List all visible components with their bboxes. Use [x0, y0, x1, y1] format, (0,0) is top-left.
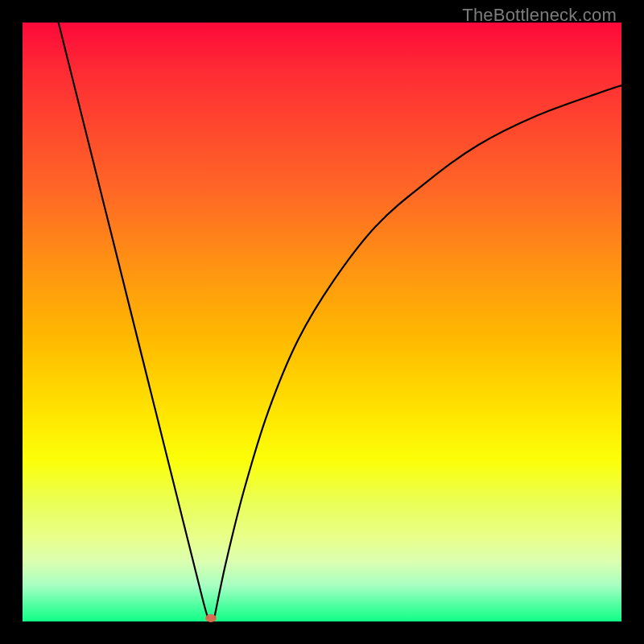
curve-left-branch	[59, 23, 208, 618]
chart-container: TheBottleneck.com	[0, 0, 644, 644]
curve-right-branch	[214, 85, 621, 618]
bottleneck-curve	[23, 23, 621, 621]
